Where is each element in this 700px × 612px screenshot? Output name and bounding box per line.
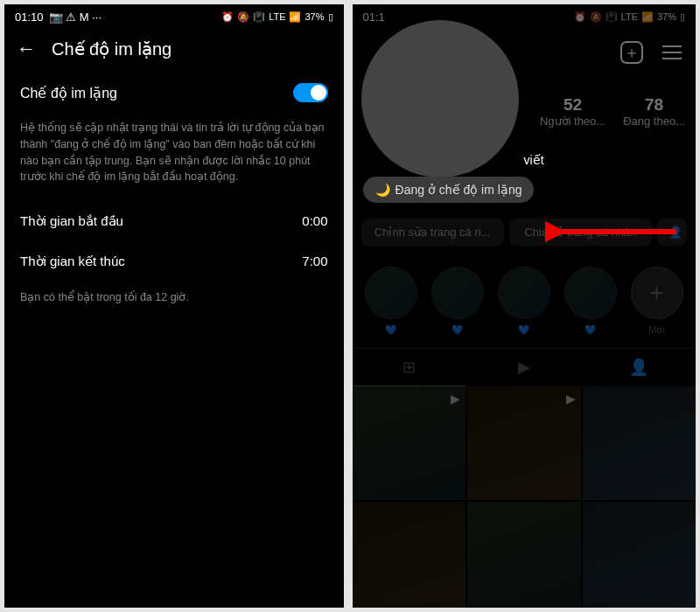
post-thumbnail[interactable]: ▶ bbox=[353, 386, 466, 500]
highlight-item[interactable]: 💙 bbox=[431, 267, 484, 336]
highlight-item[interactable]: 💙 bbox=[564, 267, 617, 336]
status-icons-left: 📷 ⚠ M ··· bbox=[49, 10, 102, 24]
quiet-mode-text: Đang ở chế độ im lặng bbox=[396, 183, 522, 197]
status-time: 01:10 bbox=[15, 10, 44, 24]
post-thumbnail[interactable] bbox=[583, 386, 696, 500]
mute-icon: 🔕 bbox=[237, 11, 249, 23]
story-highlights: 💙 💙 💙 💙 +Mới bbox=[353, 254, 696, 348]
tagged-tab[interactable]: 👤 bbox=[581, 349, 696, 386]
vibrate-icon: 📳 bbox=[253, 11, 265, 23]
avatar[interactable] bbox=[361, 20, 519, 177]
heart-icon: 💙 bbox=[518, 324, 530, 336]
heart-icon: 💙 bbox=[385, 324, 397, 336]
annotation-arrow bbox=[545, 221, 685, 247]
plus-icon: + bbox=[631, 267, 683, 319]
menu-icon[interactable] bbox=[662, 45, 682, 59]
status-bar: 01:1 ⏰ 🔕 📳 LTE 📶 37% ▯ bbox=[353, 4, 696, 29]
followers-label: Người theo... bbox=[540, 115, 606, 128]
end-time-label: Thời gian kết thúc bbox=[20, 254, 125, 269]
back-icon[interactable]: ← bbox=[17, 38, 36, 60]
end-time-value: 7:00 bbox=[302, 254, 327, 269]
toggle-label: Chế độ im lặng bbox=[20, 85, 117, 101]
battery-label: 37% bbox=[657, 11, 676, 22]
post-thumbnail[interactable] bbox=[467, 502, 581, 609]
battery-icon: ▯ bbox=[680, 11, 685, 23]
highlight-new-label: Mới bbox=[648, 324, 665, 336]
lte-label: LTE bbox=[621, 11, 638, 22]
end-time-row[interactable]: Thời gian kết thúc 7:00 bbox=[4, 241, 344, 282]
highlight-item[interactable]: 💙 bbox=[365, 267, 417, 336]
quiet-mode-toggle[interactable] bbox=[293, 83, 328, 102]
signal-icon: 📶 bbox=[289, 11, 301, 23]
moon-icon: 🌙 bbox=[375, 183, 390, 197]
followers-count: 52 bbox=[540, 95, 606, 115]
start-time-row[interactable]: Thời gian bắt đầu 0:00 bbox=[4, 201, 344, 241]
reels-tab[interactable]: ▶ bbox=[466, 349, 581, 386]
header: ← Chế độ im lặng bbox=[4, 29, 344, 69]
quiet-mode-toggle-row: Chế độ im lặng bbox=[4, 69, 344, 116]
vibrate-icon: 📳 bbox=[606, 11, 618, 23]
reel-icon: ▶ bbox=[451, 392, 460, 406]
heart-icon: 💙 bbox=[584, 324, 597, 336]
alarm-icon: ⏰ bbox=[221, 11, 234, 23]
start-time-label: Thời gian bắt đầu bbox=[20, 213, 123, 229]
profile-tabs: ⊞ ▶ 👤 bbox=[353, 348, 696, 386]
description-text: Hệ thống sẽ cập nhật trạng thái và tin t… bbox=[4, 116, 344, 201]
highlight-item[interactable]: 💙 bbox=[498, 267, 550, 336]
duration-hint: Bạn có thể bật trong tối đa 12 giờ. bbox=[4, 282, 344, 312]
status-time: 01:1 bbox=[363, 10, 385, 24]
reel-icon: ▶ bbox=[566, 392, 576, 406]
post-thumbnail[interactable]: ▶ bbox=[467, 386, 581, 500]
create-button[interactable]: ＋ bbox=[620, 41, 643, 64]
highlight-new[interactable]: +Mới bbox=[631, 267, 683, 336]
post-thumbnail[interactable] bbox=[353, 502, 466, 609]
page-title: Chế độ im lặng bbox=[52, 38, 172, 59]
battery-label: 37% bbox=[304, 11, 324, 22]
grid-tab[interactable]: ⊞ bbox=[353, 349, 467, 386]
edit-profile-button[interactable]: Chỉnh sửa trang cá n... bbox=[361, 219, 504, 246]
following-count: 78 bbox=[623, 95, 685, 115]
status-bar: 01:10 📷 ⚠ M ··· ⏰ 🔕 📳 LTE 📶 37% ▯ bbox=[4, 4, 344, 29]
settings-screen: 01:10 📷 ⚠ M ··· ⏰ 🔕 📳 LTE 📶 37% ▯ ← Chế … bbox=[4, 4, 344, 608]
posts-grid: ▶ ▶ bbox=[353, 386, 696, 608]
start-time-value: 0:00 bbox=[302, 213, 327, 229]
posts-label-fragment: viết bbox=[524, 153, 544, 167]
followers-stat[interactable]: 52 Người theo... bbox=[540, 95, 606, 128]
following-label: Đang theo... bbox=[623, 115, 685, 128]
lte-label: LTE bbox=[269, 11, 285, 22]
heart-icon: 💙 bbox=[452, 324, 464, 336]
following-stat[interactable]: 78 Đang theo... bbox=[623, 95, 685, 128]
battery-icon: ▯ bbox=[328, 11, 333, 23]
signal-icon: 📶 bbox=[641, 11, 654, 23]
mute-icon: 🔕 bbox=[590, 11, 602, 23]
quiet-mode-badge: 🌙 Đang ở chế độ im lặng bbox=[363, 177, 535, 203]
post-thumbnail[interactable] bbox=[583, 502, 696, 609]
alarm-icon: ⏰ bbox=[574, 11, 586, 23]
profile-screen: 01:1 ⏰ 🔕 📳 LTE 📶 37% ▯ ⌄ ＋ bbox=[353, 4, 696, 608]
